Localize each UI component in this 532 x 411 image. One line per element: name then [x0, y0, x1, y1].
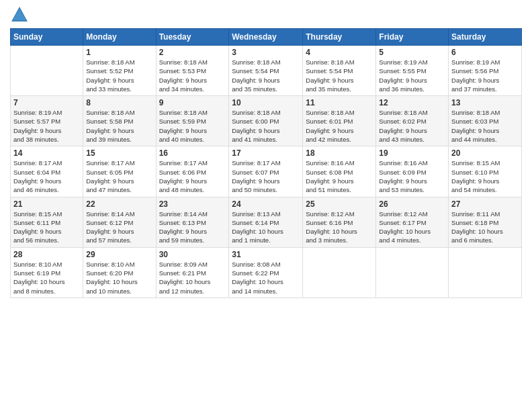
day-info: Sunrise: 8:16 AM Sunset: 6:08 PM Dayligh…	[306, 158, 373, 194]
calendar-cell	[11, 46, 83, 96]
day-info: Sunrise: 8:10 AM Sunset: 6:19 PM Dayligh…	[13, 260, 80, 295]
day-number: 2	[159, 48, 226, 57]
day-number: 4	[306, 48, 373, 57]
calendar-cell: 14Sunrise: 8:17 AM Sunset: 6:04 PM Dayli…	[11, 146, 83, 197]
calendar-cell: 31Sunrise: 8:08 AM Sunset: 6:22 PM Dayli…	[229, 247, 303, 298]
day-number: 11	[306, 98, 373, 107]
calendar-cell	[303, 247, 376, 298]
calendar-cell: 5Sunrise: 8:19 AM Sunset: 5:55 PM Daylig…	[376, 46, 449, 96]
day-number: 15	[86, 148, 152, 158]
day-info: Sunrise: 8:17 AM Sunset: 6:06 PM Dayligh…	[159, 158, 226, 194]
weekday-header-wednesday: Wednesday	[229, 29, 303, 46]
weekday-header-saturday: Saturday	[449, 29, 522, 46]
calendar-cell: 21Sunrise: 8:15 AM Sunset: 6:11 PM Dayli…	[11, 197, 83, 247]
weekday-header-sunday: Sunday	[11, 29, 83, 46]
day-number: 31	[232, 250, 300, 259]
day-number: 8	[86, 98, 152, 107]
calendar-week-row: 28Sunrise: 8:10 AM Sunset: 6:19 PM Dayli…	[11, 247, 522, 298]
day-info: Sunrise: 8:17 AM Sunset: 6:05 PM Dayligh…	[86, 158, 152, 194]
day-info: Sunrise: 8:14 AM Sunset: 6:13 PM Dayligh…	[159, 210, 226, 245]
day-number: 14	[13, 148, 80, 158]
calendar-cell: 15Sunrise: 8:17 AM Sunset: 6:05 PM Dayli…	[83, 146, 156, 197]
day-info: Sunrise: 8:18 AM Sunset: 5:59 PM Dayligh…	[159, 108, 226, 144]
calendar-cell: 30Sunrise: 8:09 AM Sunset: 6:21 PM Dayli…	[156, 247, 229, 298]
day-info: Sunrise: 8:11 AM Sunset: 6:18 PM Dayligh…	[451, 210, 519, 245]
day-number: 9	[159, 98, 226, 107]
day-number: 18	[306, 148, 373, 158]
day-info: Sunrise: 8:16 AM Sunset: 6:09 PM Dayligh…	[379, 158, 445, 194]
day-number: 20	[451, 148, 519, 158]
calendar-cell: 10Sunrise: 8:18 AM Sunset: 6:00 PM Dayli…	[229, 96, 303, 146]
day-number: 24	[232, 199, 300, 209]
calendar-cell: 17Sunrise: 8:17 AM Sunset: 6:07 PM Dayli…	[229, 146, 303, 197]
calendar-cell: 12Sunrise: 8:18 AM Sunset: 6:02 PM Dayli…	[376, 96, 449, 146]
day-number: 26	[379, 199, 445, 209]
calendar-week-row: 14Sunrise: 8:17 AM Sunset: 6:04 PM Dayli…	[11, 146, 522, 197]
calendar-cell: 27Sunrise: 8:11 AM Sunset: 6:18 PM Dayli…	[449, 197, 522, 247]
day-number: 23	[159, 199, 226, 209]
calendar-cell: 25Sunrise: 8:12 AM Sunset: 6:16 PM Dayli…	[303, 197, 376, 247]
day-number: 29	[86, 250, 152, 259]
day-info: Sunrise: 8:15 AM Sunset: 6:10 PM Dayligh…	[451, 158, 519, 194]
calendar-cell	[449, 247, 522, 298]
calendar-week-row: 1Sunrise: 8:18 AM Sunset: 5:52 PM Daylig…	[11, 46, 522, 96]
day-info: Sunrise: 8:18 AM Sunset: 6:01 PM Dayligh…	[306, 108, 373, 144]
calendar-week-row: 7Sunrise: 8:19 AM Sunset: 5:57 PM Daylig…	[11, 96, 522, 146]
page: SundayMondayTuesdayWednesdayThursdayFrid…	[0, 0, 532, 411]
day-info: Sunrise: 8:18 AM Sunset: 5:54 PM Dayligh…	[306, 58, 373, 93]
day-number: 3	[232, 48, 300, 57]
calendar-cell: 2Sunrise: 8:18 AM Sunset: 5:53 PM Daylig…	[156, 46, 229, 96]
day-info: Sunrise: 8:18 AM Sunset: 5:54 PM Dayligh…	[232, 58, 300, 93]
day-number: 19	[379, 148, 445, 158]
weekday-header-monday: Monday	[83, 29, 156, 46]
svg-marker-1	[13, 9, 26, 20]
calendar-cell: 28Sunrise: 8:10 AM Sunset: 6:19 PM Dayli…	[11, 247, 83, 298]
day-number: 7	[13, 98, 80, 107]
day-info: Sunrise: 8:10 AM Sunset: 6:20 PM Dayligh…	[86, 260, 152, 295]
day-info: Sunrise: 8:18 AM Sunset: 6:02 PM Dayligh…	[379, 108, 445, 144]
calendar-cell: 6Sunrise: 8:19 AM Sunset: 5:56 PM Daylig…	[449, 46, 522, 96]
calendar-cell: 19Sunrise: 8:16 AM Sunset: 6:09 PM Dayli…	[376, 146, 449, 197]
calendar-cell: 3Sunrise: 8:18 AM Sunset: 5:54 PM Daylig…	[229, 46, 303, 96]
calendar-table: SundayMondayTuesdayWednesdayThursdayFrid…	[10, 28, 522, 298]
day-info: Sunrise: 8:15 AM Sunset: 6:11 PM Dayligh…	[13, 210, 80, 245]
calendar-cell: 11Sunrise: 8:18 AM Sunset: 6:01 PM Dayli…	[303, 96, 376, 146]
calendar-cell: 22Sunrise: 8:14 AM Sunset: 6:12 PM Dayli…	[83, 197, 156, 247]
day-number: 12	[379, 98, 445, 107]
day-number: 28	[13, 250, 80, 259]
day-info: Sunrise: 8:18 AM Sunset: 5:58 PM Dayligh…	[86, 108, 152, 144]
calendar-cell: 7Sunrise: 8:19 AM Sunset: 5:57 PM Daylig…	[11, 96, 83, 146]
day-info: Sunrise: 8:09 AM Sunset: 6:21 PM Dayligh…	[159, 260, 226, 295]
calendar-cell: 9Sunrise: 8:18 AM Sunset: 5:59 PM Daylig…	[156, 96, 229, 146]
logo-icon	[10, 5, 29, 24]
day-number: 30	[159, 250, 226, 259]
day-number: 10	[232, 98, 300, 107]
day-number: 17	[232, 148, 300, 158]
day-info: Sunrise: 8:18 AM Sunset: 6:00 PM Dayligh…	[232, 108, 300, 144]
day-number: 21	[13, 199, 80, 209]
day-info: Sunrise: 8:19 AM Sunset: 5:55 PM Dayligh…	[379, 58, 445, 93]
day-info: Sunrise: 8:17 AM Sunset: 6:07 PM Dayligh…	[232, 158, 300, 194]
day-number: 25	[306, 199, 373, 209]
weekday-header-friday: Friday	[376, 29, 449, 46]
header	[10, 7, 522, 24]
day-number: 5	[379, 48, 445, 57]
day-number: 22	[86, 199, 152, 209]
day-number: 6	[451, 48, 519, 57]
calendar-cell: 18Sunrise: 8:16 AM Sunset: 6:08 PM Dayli…	[303, 146, 376, 197]
calendar-week-row: 21Sunrise: 8:15 AM Sunset: 6:11 PM Dayli…	[11, 197, 522, 247]
day-info: Sunrise: 8:19 AM Sunset: 5:57 PM Dayligh…	[13, 108, 80, 144]
day-info: Sunrise: 8:12 AM Sunset: 6:17 PM Dayligh…	[379, 210, 445, 245]
calendar-cell: 8Sunrise: 8:18 AM Sunset: 5:58 PM Daylig…	[83, 96, 156, 146]
calendar-cell: 20Sunrise: 8:15 AM Sunset: 6:10 PM Dayli…	[449, 146, 522, 197]
day-info: Sunrise: 8:12 AM Sunset: 6:16 PM Dayligh…	[306, 210, 373, 245]
day-info: Sunrise: 8:18 AM Sunset: 5:53 PM Dayligh…	[159, 58, 226, 93]
day-number: 13	[451, 98, 519, 107]
calendar-cell: 24Sunrise: 8:13 AM Sunset: 6:14 PM Dayli…	[229, 197, 303, 247]
day-number: 27	[451, 199, 519, 209]
day-info: Sunrise: 8:18 AM Sunset: 5:52 PM Dayligh…	[86, 58, 152, 93]
day-info: Sunrise: 8:14 AM Sunset: 6:12 PM Dayligh…	[86, 210, 152, 245]
calendar-cell: 26Sunrise: 8:12 AM Sunset: 6:17 PM Dayli…	[376, 197, 449, 247]
calendar-cell: 29Sunrise: 8:10 AM Sunset: 6:20 PM Dayli…	[83, 247, 156, 298]
calendar-cell	[376, 247, 449, 298]
